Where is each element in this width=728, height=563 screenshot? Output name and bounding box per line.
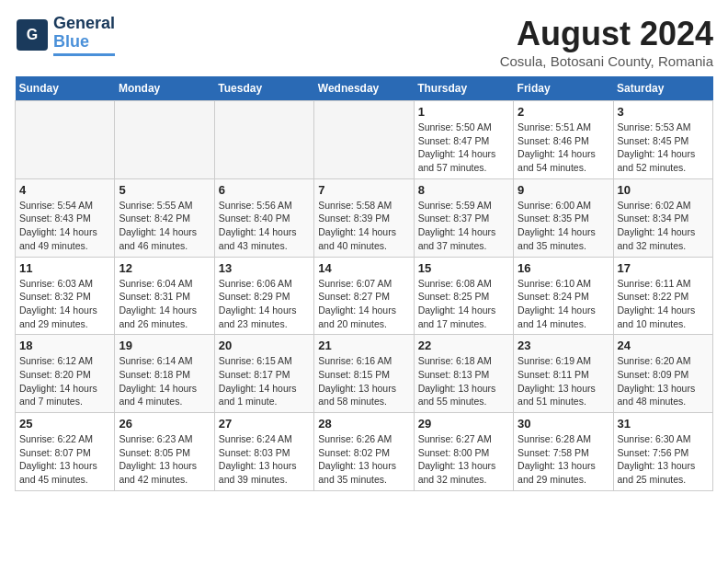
- day-number: 19: [119, 339, 210, 352]
- calendar-cell: [115, 101, 214, 179]
- day-info: Sunrise: 6:12 AMSunset: 8:20 PMDaylight:…: [19, 354, 110, 408]
- day-info: Sunrise: 5:51 AMSunset: 8:46 PMDaylight:…: [518, 121, 609, 175]
- calendar-cell: 19Sunrise: 6:14 AMSunset: 8:18 PMDayligh…: [115, 335, 214, 413]
- day-number: 5: [119, 183, 210, 197]
- day-info: Sunrise: 6:11 AMSunset: 8:22 PMDaylight:…: [618, 277, 709, 331]
- header: G General Blue August 2024 Cosula, Botos…: [15, 15, 713, 69]
- calendar-cell: 2Sunrise: 5:51 AMSunset: 8:46 PMDaylight…: [514, 101, 613, 179]
- weekday-header-monday: Monday: [115, 76, 214, 101]
- calendar-cell: 11Sunrise: 6:03 AMSunset: 8:32 PMDayligh…: [16, 257, 115, 335]
- day-number: 7: [318, 183, 409, 197]
- day-info: Sunrise: 6:16 AMSunset: 8:15 PMDaylight:…: [318, 354, 409, 408]
- day-info: Sunrise: 5:50 AMSunset: 8:47 PMDaylight:…: [418, 121, 509, 175]
- weekday-header-thursday: Thursday: [414, 76, 513, 101]
- calendar-cell: 25Sunrise: 6:22 AMSunset: 8:07 PMDayligh…: [16, 413, 115, 491]
- calendar-cell: 30Sunrise: 6:28 AMSunset: 7:58 PMDayligh…: [514, 413, 613, 491]
- day-number: 4: [19, 183, 110, 197]
- day-number: 25: [19, 417, 110, 431]
- calendar-cell: 31Sunrise: 6:30 AMSunset: 7:56 PMDayligh…: [613, 413, 712, 491]
- calendar-cell: 6Sunrise: 5:56 AMSunset: 8:40 PMDaylight…: [214, 178, 313, 257]
- calendar-cell: 18Sunrise: 6:12 AMSunset: 8:20 PMDayligh…: [16, 335, 115, 413]
- calendar-cell: 1Sunrise: 5:50 AMSunset: 8:47 PMDaylight…: [414, 101, 513, 179]
- calendar-cell: 8Sunrise: 5:59 AMSunset: 8:37 PMDaylight…: [414, 178, 513, 257]
- calendar-cell: 12Sunrise: 6:04 AMSunset: 8:31 PMDayligh…: [115, 257, 214, 335]
- svg-text:G: G: [27, 27, 38, 42]
- calendar-cell: [214, 101, 313, 179]
- day-info: Sunrise: 6:24 AMSunset: 8:03 PMDaylight:…: [219, 432, 310, 487]
- weekday-header-friday: Friday: [514, 76, 613, 101]
- day-info: Sunrise: 6:10 AMSunset: 8:24 PMDaylight:…: [518, 277, 609, 331]
- calendar-cell: 29Sunrise: 6:27 AMSunset: 8:00 PMDayligh…: [414, 413, 513, 491]
- calendar-cell: 24Sunrise: 6:20 AMSunset: 8:09 PMDayligh…: [613, 335, 712, 413]
- calendar-cell: 22Sunrise: 6:18 AMSunset: 8:13 PMDayligh…: [414, 335, 513, 413]
- calendar-cell: 13Sunrise: 6:06 AMSunset: 8:29 PMDayligh…: [214, 257, 313, 335]
- day-number: 23: [518, 339, 609, 352]
- day-number: 20: [219, 339, 310, 352]
- day-info: Sunrise: 6:00 AMSunset: 8:35 PMDaylight:…: [518, 199, 609, 253]
- day-info: Sunrise: 5:58 AMSunset: 8:39 PMDaylight:…: [318, 199, 409, 253]
- day-number: 10: [618, 183, 709, 197]
- calendar-cell: 27Sunrise: 6:24 AMSunset: 8:03 PMDayligh…: [214, 413, 313, 491]
- day-number: 31: [618, 417, 709, 431]
- calendar-cell: 28Sunrise: 6:26 AMSunset: 8:02 PMDayligh…: [314, 413, 414, 491]
- day-info: Sunrise: 6:30 AMSunset: 7:56 PMDaylight:…: [618, 432, 709, 487]
- day-number: 16: [518, 261, 609, 275]
- day-number: 13: [219, 261, 310, 275]
- calendar-cell: 9Sunrise: 6:00 AMSunset: 8:35 PMDaylight…: [514, 178, 613, 257]
- calendar-cell: 5Sunrise: 5:55 AMSunset: 8:42 PMDaylight…: [115, 178, 214, 257]
- calendar-cell: 26Sunrise: 6:23 AMSunset: 8:05 PMDayligh…: [115, 413, 214, 491]
- day-number: 14: [318, 261, 409, 275]
- day-info: Sunrise: 6:03 AMSunset: 8:32 PMDaylight:…: [19, 277, 110, 331]
- day-info: Sunrise: 5:55 AMSunset: 8:42 PMDaylight:…: [119, 199, 210, 253]
- weekday-header-sunday: Sunday: [16, 76, 115, 101]
- day-info: Sunrise: 6:18 AMSunset: 8:13 PMDaylight:…: [418, 354, 509, 408]
- calendar-table: SundayMondayTuesdayWednesdayThursdayFrid…: [15, 76, 713, 491]
- calendar-cell: 17Sunrise: 6:11 AMSunset: 8:22 PMDayligh…: [613, 257, 712, 335]
- calendar-cell: 7Sunrise: 5:58 AMSunset: 8:39 PMDaylight…: [314, 178, 414, 257]
- day-number: 9: [518, 183, 609, 197]
- day-number: 21: [318, 339, 409, 352]
- day-number: 6: [219, 183, 310, 197]
- day-info: Sunrise: 5:59 AMSunset: 8:37 PMDaylight:…: [418, 199, 509, 253]
- month-title: August 2024: [500, 15, 713, 53]
- day-number: 29: [418, 417, 509, 431]
- calendar-cell: 16Sunrise: 6:10 AMSunset: 8:24 PMDayligh…: [514, 257, 613, 335]
- day-number: 11: [19, 261, 110, 275]
- weekday-header-wednesday: Wednesday: [314, 76, 414, 101]
- calendar-cell: 23Sunrise: 6:19 AMSunset: 8:11 PMDayligh…: [514, 335, 613, 413]
- day-number: 22: [418, 339, 509, 352]
- day-info: Sunrise: 6:26 AMSunset: 8:02 PMDaylight:…: [318, 432, 409, 487]
- day-info: Sunrise: 6:28 AMSunset: 7:58 PMDaylight:…: [518, 432, 609, 487]
- day-number: 15: [418, 261, 509, 275]
- day-info: Sunrise: 6:06 AMSunset: 8:29 PMDaylight:…: [219, 277, 310, 331]
- logo-icon: G: [15, 17, 50, 52]
- calendar-cell: 15Sunrise: 6:08 AMSunset: 8:25 PMDayligh…: [414, 257, 513, 335]
- day-number: 1: [418, 105, 509, 119]
- logo-line2: Blue: [53, 33, 115, 52]
- calendar-cell: 10Sunrise: 6:02 AMSunset: 8:34 PMDayligh…: [613, 178, 712, 257]
- day-info: Sunrise: 5:53 AMSunset: 8:45 PMDaylight:…: [618, 121, 709, 175]
- day-number: 3: [618, 105, 709, 119]
- day-number: 18: [19, 339, 110, 352]
- location: Cosula, Botosani County, Romania: [500, 53, 713, 69]
- logo-line1: General: [53, 15, 115, 33]
- day-info: Sunrise: 6:07 AMSunset: 8:27 PMDaylight:…: [318, 277, 409, 331]
- day-number: 17: [618, 261, 709, 275]
- calendar-cell: [16, 101, 115, 179]
- calendar-cell: 4Sunrise: 5:54 AMSunset: 8:43 PMDaylight…: [16, 178, 115, 257]
- calendar-cell: 21Sunrise: 6:16 AMSunset: 8:15 PMDayligh…: [314, 335, 414, 413]
- day-info: Sunrise: 6:23 AMSunset: 8:05 PMDaylight:…: [119, 432, 210, 487]
- day-info: Sunrise: 6:20 AMSunset: 8:09 PMDaylight:…: [618, 354, 709, 408]
- title-area: August 2024 Cosula, Botosani County, Rom…: [500, 15, 713, 69]
- day-number: 30: [518, 417, 609, 431]
- logo: G General Blue: [15, 15, 115, 56]
- day-info: Sunrise: 5:54 AMSunset: 8:43 PMDaylight:…: [19, 199, 110, 253]
- weekday-header-saturday: Saturday: [613, 76, 712, 101]
- day-number: 27: [219, 417, 310, 431]
- day-info: Sunrise: 6:15 AMSunset: 8:17 PMDaylight:…: [219, 354, 310, 408]
- day-info: Sunrise: 6:19 AMSunset: 8:11 PMDaylight:…: [518, 354, 609, 408]
- calendar-cell: 3Sunrise: 5:53 AMSunset: 8:45 PMDaylight…: [613, 101, 712, 179]
- day-info: Sunrise: 6:27 AMSunset: 8:00 PMDaylight:…: [418, 432, 509, 487]
- day-number: 12: [119, 261, 210, 275]
- day-number: 8: [418, 183, 509, 197]
